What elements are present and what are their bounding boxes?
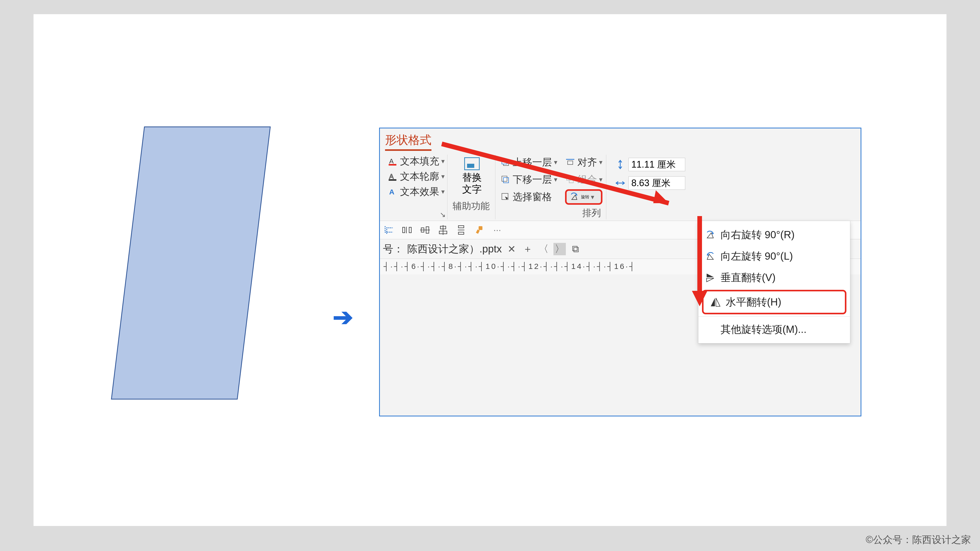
svg-text:A: A	[389, 188, 395, 196]
ribbon-tabs: 形状格式	[380, 129, 861, 152]
dialog-launcher-icon[interactable]: ↘	[440, 210, 445, 219]
height-input[interactable]: 11.11 厘米	[628, 158, 685, 171]
svg-text:A: A	[389, 173, 394, 180]
text-outline-icon: A	[388, 171, 398, 182]
svg-text:A: A	[389, 157, 394, 165]
format-painter-icon[interactable]	[474, 225, 485, 235]
arrow-right-icon: ➔	[332, 303, 353, 331]
rotate-button-highlighted[interactable]: 旋转▾	[565, 189, 603, 205]
slide-canvas: ➔ 形状格式 A 文本填充▾ A 文本轮廓▾ A 文本效果▾	[33, 14, 947, 526]
overflow-icon[interactable]: ⋯	[492, 225, 503, 235]
crop-icon[interactable]	[383, 225, 395, 235]
align-button[interactable]: 对齐▾	[565, 155, 603, 170]
flip-horizontal-icon	[710, 297, 721, 308]
group-label-arrange: 排列	[500, 205, 603, 219]
rotate-icon	[569, 192, 579, 202]
rotate-left-90-item[interactable]: 向左旋转 90°(L)	[698, 246, 850, 267]
arrange-group: 上移一层▾ 下移一层▾ 选择窗格 对齐▾ 组合▾ 旋转▾ 排列	[497, 155, 606, 219]
text-fill-icon: A	[388, 156, 398, 167]
svg-rect-18	[409, 227, 411, 233]
rotate-dropdown-menu: 向右旋转 90°(R) 向左旋转 90°(L) 垂直翻转(V) 水平翻转(H) …	[698, 221, 850, 343]
bring-forward-button[interactable]: 上移一层▾	[500, 155, 557, 170]
alt-text-button[interactable]: 替换 文字	[453, 155, 491, 198]
svg-rect-27	[458, 232, 464, 234]
align-middle-icon[interactable]	[420, 225, 430, 235]
width-field[interactable]: 8.63 厘米	[615, 176, 685, 190]
text-fill-button[interactable]: A 文本填充▾	[388, 155, 445, 168]
ribbon-screenshot: 形状格式 A 文本填充▾ A 文本轮廓▾ A 文本效果▾	[379, 128, 861, 416]
height-icon	[615, 159, 625, 170]
send-backward-icon	[500, 175, 511, 185]
text-outline-button[interactable]: A 文本轮廓▾	[388, 170, 445, 183]
svg-rect-17	[402, 227, 405, 233]
distribute-h-icon[interactable]	[401, 225, 412, 235]
svg-rect-29	[479, 226, 482, 230]
height-field[interactable]: 11.11 厘米	[615, 158, 685, 171]
flip-horizontal-item-highlighted[interactable]: 水平翻转(H)	[702, 290, 846, 314]
rotate-right-icon	[705, 229, 716, 241]
rotate-right-90-item[interactable]: 向右旋转 90°(R)	[698, 224, 850, 246]
flip-vertical-item[interactable]: 垂直翻转(V)	[698, 267, 850, 288]
file-label-prefix: 号：	[383, 242, 404, 256]
bring-forward-icon	[500, 157, 511, 168]
svg-rect-2	[389, 164, 396, 165]
blank-icon	[705, 324, 716, 335]
text-effects-button[interactable]: A 文本效果▾	[388, 185, 445, 198]
align-icon	[565, 157, 575, 168]
svg-marker-0	[111, 127, 270, 399]
prev-tab-icon[interactable]: 〈	[538, 243, 550, 255]
flip-vertical-icon	[705, 272, 716, 283]
close-tab-icon[interactable]: ✕	[506, 243, 518, 255]
svg-rect-12	[568, 161, 573, 165]
width-icon	[615, 178, 625, 188]
size-group: 11.11 厘米 8.63 厘米	[608, 155, 693, 219]
selection-pane-button[interactable]: 选择窗格	[500, 189, 557, 205]
group-label-accessibility: 辅助功能	[453, 198, 491, 213]
group-button: 组合▾	[565, 172, 603, 187]
ribbon-body: A 文本填充▾ A 文本轮廓▾ A 文本效果▾ ↘	[380, 152, 861, 221]
svg-rect-8	[502, 176, 507, 181]
new-tab-icon[interactable]: ＋	[522, 243, 534, 255]
selection-pane-icon	[500, 192, 511, 202]
parallelogram-shape	[111, 126, 271, 400]
svg-rect-26	[458, 225, 464, 228]
alt-text-icon	[464, 157, 480, 170]
svg-rect-13	[566, 176, 571, 180]
window-split-icon[interactable]: ⧉	[570, 243, 582, 255]
more-rotation-options-item[interactable]: 其他旋转选项(M)...	[698, 319, 850, 340]
rotate-left-icon	[705, 251, 716, 262]
tab-shape-format[interactable]: 形状格式	[385, 132, 431, 151]
distribute-v-icon[interactable]	[456, 225, 466, 235]
wordart-styles-group: A 文本填充▾ A 文本轮廓▾ A 文本效果▾ ↘	[384, 155, 447, 219]
credit-text: ©公众号：陈西设计之家	[866, 533, 971, 546]
accessibility-group: 替换 文字 辅助功能	[449, 155, 495, 219]
send-backward-button[interactable]: 下移一层▾	[500, 172, 557, 187]
svg-rect-14	[569, 179, 573, 183]
svg-rect-4	[389, 179, 396, 181]
svg-rect-7	[502, 159, 507, 164]
text-effects-icon: A	[388, 187, 398, 197]
file-name: 陈西设计之家）.pptx	[407, 242, 502, 256]
width-input[interactable]: 8.63 厘米	[628, 176, 685, 190]
menu-separator	[698, 316, 850, 317]
align-center-icon[interactable]	[438, 225, 449, 235]
group-icon	[565, 175, 575, 185]
next-tab-icon[interactable]: 〉	[554, 243, 566, 255]
